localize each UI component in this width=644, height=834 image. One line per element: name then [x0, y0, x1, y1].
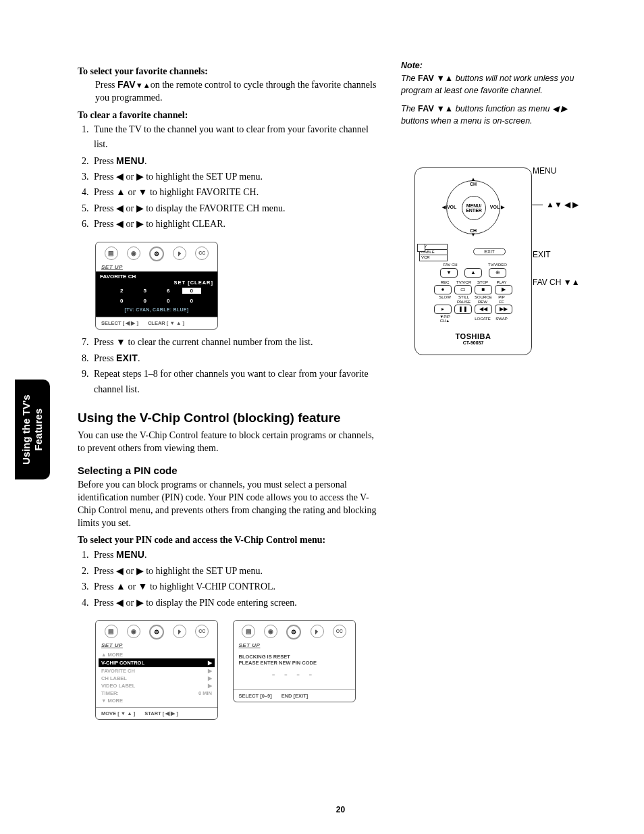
left-arrow-icon: ◀ — [442, 205, 446, 209]
timer-icon: ⏵ — [173, 625, 186, 638]
step-7: Press ▼ to clear the current channel num… — [91, 335, 381, 350]
remote-body: MENU/ ENTER ▲CH CH▼ ◀ VOL VOL ▶ TV CABLE… — [414, 167, 532, 355]
callout-menu: MENU — [533, 166, 556, 176]
osd-title: FAVORITE CH — [100, 273, 213, 280]
menu-item-vchip: V-CHIP CONTROL▶ — [99, 658, 215, 667]
menu-button-label: MENU — [116, 155, 144, 166]
step-3: Press ◀ or ▶ to highlight the SET UP men… — [91, 170, 381, 184]
slow-button: ▸ — [434, 305, 452, 314]
manual-page: Using the TV's Features To select your f… — [0, 0, 644, 834]
side-tab: Using the TV's Features — [15, 380, 50, 479]
pin-step-2: Press ◀ or ▶ to highlight the SET UP men… — [91, 564, 381, 579]
vchip-intro: You can use the V-Chip Control feature t… — [78, 429, 381, 455]
pause-button: ❚❚ — [454, 305, 472, 314]
vol-down: ◀ VOL — [442, 205, 456, 210]
osd-black-panel: FAVORITE CH SET [CLEAR] 2 5 6 0 0 0 0 0 … — [96, 271, 217, 317]
audio-icon: ◉ — [127, 625, 140, 638]
audio-icon: ◉ — [264, 625, 277, 638]
osd-channel-grid: 2 5 6 0 0 0 0 0 — [100, 286, 213, 306]
dpad: MENU/ ENTER ▲CH CH▼ ◀ VOL VOL ▶ — [442, 176, 504, 238]
fav-down-button: ▼ — [440, 268, 458, 278]
menu-enter-button: MENU/ ENTER — [462, 196, 486, 220]
left-column: To select your favorite channels: Press … — [78, 61, 381, 724]
step-5: Press ◀ or ▶ to display the FAVORITE CH … — [91, 201, 381, 216]
select-fav-text: Press FAV ▼▲ on the remote control to cy… — [95, 78, 381, 105]
audio-icon: ◉ — [127, 246, 140, 260]
note-para-1: The FAV ▼▲ buttons will not work unless … — [401, 73, 597, 97]
select-fav-heading: To select your favorite channels: — [78, 66, 381, 77]
remote-diagram: MENU ▲▼ ◀ ▶ EXIT FAV CH ▼▲ MENU/ ENTER ▲… — [401, 167, 597, 355]
right-arrow-icon: ▶ — [501, 205, 504, 209]
mode-switch: TV CABLE VCR — [419, 244, 448, 261]
clear-fav-heading: To clear a favorite channel: — [78, 110, 381, 121]
note-title: Note: — [401, 61, 597, 70]
page-number: 20 — [78, 805, 603, 814]
osd-pin-entry: ▤ ◉ ⚙ ⏵ CC SET UP BLOCKING IS RESET PLEA… — [233, 620, 356, 702]
setup-icon: ⚙ — [286, 625, 301, 640]
callout-exit: EXIT — [533, 250, 551, 259]
step-9: Repeat steps 1–8 for other channels you … — [91, 367, 381, 397]
callout-favch: FAV CH ▼▲ — [533, 278, 580, 287]
pin-step-1: Press MENU. — [91, 547, 381, 563]
down-arrow-icon: ▼ — [470, 233, 477, 237]
osd-section-label: SET UP — [96, 263, 217, 271]
right-column: Note: The FAV ▼▲ buttons will not work u… — [401, 61, 597, 355]
exit-button: EXIT — [473, 248, 506, 255]
fav-button-label: FAV — [117, 79, 136, 90]
rew-button: ◀◀ — [475, 305, 492, 314]
picture-icon: ▤ — [105, 625, 118, 638]
osd-favorite-ch: ▤ ◉ ⚙ ⏵ CC SET UP FAVORITE CH SET [CLEAR… — [95, 242, 218, 330]
ff-button: ▶▶ — [495, 305, 512, 314]
osd-vchip-menu: ▤ ◉ ⚙ ⏵ CC SET UP ▲ MORE V-CHIP CONTROL▶… — [95, 620, 218, 720]
setup-icon: ⚙ — [149, 246, 164, 261]
cc-icon: CC — [333, 625, 346, 638]
stop-button: ■ — [475, 285, 492, 294]
osd-highlighted-cell: 0 — [182, 288, 202, 294]
pin-steps: Press MENU. Press ◀ or ▶ to highlight th… — [91, 547, 381, 610]
step-4: Press ▲ or ▼ to highlight FAVORITE CH. — [91, 185, 381, 200]
callout-arrows: ▲▼ ◀ ▶ — [546, 200, 579, 209]
fav-up-button: ▲ — [464, 268, 482, 278]
step-2: Press MENU. — [91, 153, 381, 169]
pin-dashes: – – – – — [239, 666, 350, 685]
tv-video-button: ⊕ — [489, 268, 506, 278]
picture-icon: ▤ — [242, 625, 255, 638]
ch-up: ▲CH — [470, 178, 477, 186]
note-box: Note: The FAV ▼▲ buttons will not work u… — [401, 61, 597, 127]
step-6: Press ◀ or ▶ to highlight CLEAR. — [91, 217, 381, 232]
clear-fav-steps: Tune the TV to the channel you want to c… — [91, 122, 381, 232]
exit-button-label: EXIT — [116, 353, 138, 363]
vchip-heading: Using the V-Chip Control (blocking) feat… — [78, 411, 381, 425]
osd-tab-icons: ▤ ◉ ⚙ ⏵ CC — [96, 242, 217, 263]
rec-button: ● — [434, 285, 452, 294]
osd-footer: SELECT [ ◀ ▶ ] CLEAR [ ▼ ▲ ] — [96, 317, 217, 329]
timer-icon: ⏵ — [173, 246, 186, 260]
side-tab-text: Using the TV's Features — [20, 394, 45, 465]
switch-knob — [417, 244, 425, 252]
step-1: Tune the TV to the channel you want to c… — [91, 122, 381, 153]
tvvcr-button: ▭ — [454, 285, 472, 294]
timer-icon: ⏵ — [311, 625, 324, 638]
setup-icon: ⚙ — [149, 625, 164, 640]
pin-step-4: Press ◀ or ▶ to display the PIN code ent… — [91, 596, 381, 610]
ch-down: CH▼ — [470, 228, 477, 237]
pin-steps-heading: To select your PIN code and access the V… — [78, 535, 381, 546]
vol-up: VOL ▶ — [490, 205, 504, 210]
down-up-arrows-icon: ▼▲ — [136, 80, 151, 90]
pin-subheading: Selecting a PIN code — [78, 465, 381, 476]
pin-step-3: Press ▲ or ▼ to highlight V-CHIP CONTROL… — [91, 579, 381, 594]
cc-icon: CC — [195, 625, 209, 638]
note-para-2: The FAV ▼▲ buttons function as menu ◀ ▶ … — [401, 103, 597, 127]
osd-color-legend: [TV: CYAN, CABLE: BLUE] — [100, 306, 213, 315]
play-button: ▶ — [495, 285, 512, 294]
osd-tabs: SET [CLEAR] — [100, 280, 213, 286]
remote-brand: TOSHIBA CT-90037 — [419, 332, 527, 345]
cc-icon: CC — [195, 246, 209, 260]
step-8: Press EXIT. — [91, 350, 381, 366]
clear-fav-steps-cont: Press ▼ to clear the current channel num… — [91, 335, 381, 398]
picture-icon: ▤ — [105, 246, 118, 260]
pin-para: Before you can block programs or channel… — [78, 479, 381, 530]
